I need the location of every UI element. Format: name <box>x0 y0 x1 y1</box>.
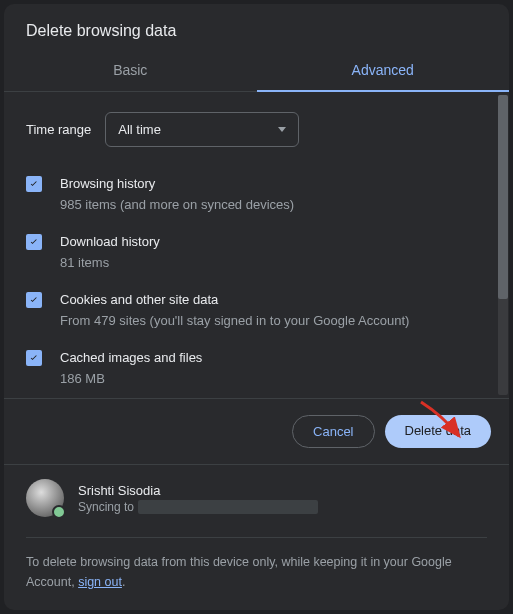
delete-data-button[interactable]: Delete data <box>385 415 492 448</box>
dialog-title: Delete browsing data <box>4 4 509 50</box>
time-range-select[interactable]: All time <box>105 112 299 147</box>
time-range-value: All time <box>118 122 161 137</box>
sync-label: Syncing to <box>78 500 134 514</box>
sign-out-link[interactable]: sign out <box>78 575 122 589</box>
scrollbar[interactable] <box>498 95 508 395</box>
item-text: Browsing history985 items (and more on s… <box>60 174 481 214</box>
note-text-after: . <box>122 575 125 589</box>
account-text: Srishti Sisodia Syncing to <box>78 483 487 514</box>
tabs: Basic Advanced <box>4 50 509 92</box>
item-title: Download history <box>60 232 481 252</box>
item-subtitle: 81 items <box>60 253 481 273</box>
account-name: Srishti Sisodia <box>78 483 487 498</box>
list-item: Cookies and other site dataFrom 479 site… <box>26 281 481 339</box>
checkbox[interactable] <box>26 234 42 250</box>
scrollbar-thumb[interactable] <box>498 95 508 299</box>
checkbox[interactable] <box>26 350 42 366</box>
item-subtitle: 985 items (and more on synced devices) <box>60 195 481 215</box>
time-range-label: Time range <box>26 122 91 137</box>
item-text: Download history81 items <box>60 232 481 272</box>
list-item: Browsing history985 items (and more on s… <box>26 165 481 223</box>
list-item: Cached images and files186 MB <box>26 339 481 397</box>
footer-note: To delete browsing data from this device… <box>4 538 509 610</box>
item-title: Cookies and other site data <box>60 290 481 310</box>
scroll-region[interactable]: Time range All time Browsing history985 … <box>4 92 497 398</box>
avatar <box>26 479 64 517</box>
item-subtitle: 186 MB <box>60 369 481 389</box>
time-range-row: Time range All time <box>26 92 481 165</box>
item-title: Cached images and files <box>60 348 481 368</box>
checkbox[interactable] <box>26 176 42 192</box>
tab-basic[interactable]: Basic <box>4 50 257 91</box>
sync-badge-icon <box>52 505 66 519</box>
item-text: Cached images and files186 MB <box>60 348 481 388</box>
checkbox[interactable] <box>26 292 42 308</box>
list-item: Download history81 items <box>26 223 481 281</box>
list-item: Passwords and other sign-in data142 pass… <box>26 397 481 398</box>
content-area: Time range All time Browsing history985 … <box>4 92 509 398</box>
chevron-down-icon <box>278 127 286 132</box>
delete-browsing-data-dialog: Delete browsing data Basic Advanced Time… <box>4 4 509 610</box>
cancel-button[interactable]: Cancel <box>292 415 374 448</box>
tab-advanced[interactable]: Advanced <box>257 50 510 91</box>
item-subtitle: From 479 sites (you'll stay signed in to… <box>60 311 481 331</box>
item-title: Browsing history <box>60 174 481 194</box>
action-row: Cancel Delete data <box>4 399 509 464</box>
redacted-email <box>138 500 318 514</box>
account-section: Srishti Sisodia Syncing to <box>4 464 509 529</box>
item-text: Cookies and other site dataFrom 479 site… <box>60 290 481 330</box>
account-sync: Syncing to <box>78 500 487 514</box>
